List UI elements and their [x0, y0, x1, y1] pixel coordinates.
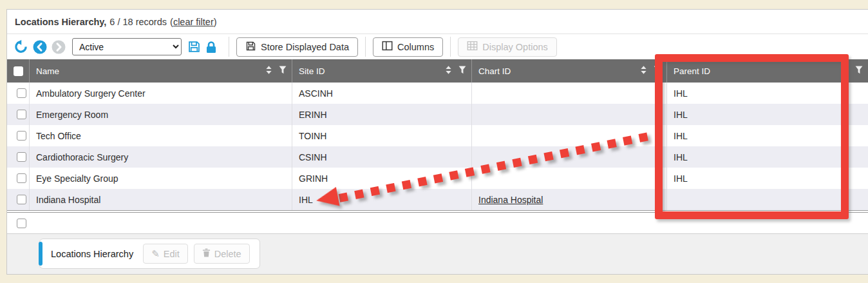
table-row[interactable]: Eye Specialty Group GRINH IHL [7, 168, 868, 189]
new-row-checkbox[interactable] [17, 219, 26, 228]
site-id-cell: GRINH [292, 168, 471, 189]
table-row[interactable]: Ambulatory Surgery Center ASCINH IHL [7, 83, 868, 104]
chart-id-cell [471, 146, 666, 168]
panel-title-bar: Locations Hierarchy, 6 / 18 records (cle… [7, 10, 868, 34]
columns-button[interactable]: Columns [373, 37, 443, 57]
toolbar-separator [229, 37, 229, 57]
columns-icon [382, 41, 393, 53]
locations-hierarchy-panel: Locations Hierarchy, 6 / 18 records (cle… [6, 9, 868, 275]
toolbar-separator [365, 37, 366, 57]
site-id-cell: CSINH [292, 146, 471, 168]
selection-label: Locations Hierarchy [51, 249, 133, 259]
display-options-button: Display Options [458, 37, 557, 57]
edit-label: Edit [164, 249, 180, 259]
row-checkbox[interactable] [17, 173, 26, 183]
parent-id-cell: IHL [666, 168, 868, 189]
filter-icon[interactable] [855, 66, 863, 76]
back-icon[interactable] [33, 40, 47, 54]
name-cell: Tech Office [29, 125, 292, 146]
record-count: 6 / 18 records [109, 17, 167, 27]
chart-id-cell [471, 125, 666, 146]
row-check-cell [7, 168, 29, 189]
chart-id-cell: Indiana Hospital [471, 189, 666, 210]
column-header-name[interactable]: Name [29, 59, 292, 83]
table-row[interactable]: Tech Office TOINH IHL [7, 125, 868, 146]
select-all-cell [7, 59, 29, 83]
sort-icon[interactable] [842, 66, 848, 76]
save-icon [245, 41, 256, 54]
selection-footer: Locations Hierarchy ✎ Edit Delete [7, 234, 868, 274]
new-row [7, 213, 868, 234]
parent-id-cell: IHL [666, 104, 868, 125]
row-check-cell [7, 189, 29, 210]
lock-icon[interactable] [205, 41, 217, 54]
row-check-cell [7, 104, 29, 125]
toolbar: Active Store Displaye [7, 34, 868, 59]
row-checkbox[interactable] [17, 195, 26, 204]
display-options-icon [467, 41, 478, 53]
sort-icon[interactable] [641, 66, 646, 76]
pencil-icon: ✎ [151, 249, 160, 259]
table-row[interactable]: Emergency Room ERINH IHL [7, 104, 868, 125]
parent-id-cell [666, 189, 868, 210]
table-row[interactable]: Indiana Hospital IHL Indiana Hospital [7, 189, 868, 210]
sort-icon[interactable] [446, 66, 451, 76]
name-cell: Emergency Room [29, 104, 292, 125]
column-header-label: Chart ID [478, 66, 511, 76]
column-header-chart-id[interactable]: Chart ID [471, 59, 666, 83]
name-cell: Eye Specialty Group [29, 168, 292, 189]
accent-bar [39, 242, 42, 266]
column-header-label: Name [36, 66, 59, 76]
row-check-cell [7, 146, 29, 168]
row-checkbox[interactable] [17, 131, 26, 141]
row-check-cell [7, 125, 29, 146]
site-id-cell: TOINH [292, 125, 471, 146]
table-header-row: Name Site ID Chart ID Parent ID [7, 59, 868, 83]
chart-id-link[interactable]: Indiana Hospital [478, 195, 543, 205]
page-title: Locations Hierarchy, [15, 17, 106, 27]
display-options-label: Display Options [482, 42, 548, 52]
column-header-label: Parent ID [674, 66, 710, 76]
paren: ) [214, 17, 217, 27]
site-id-cell: IHL [292, 189, 471, 210]
delete-button: Delete [194, 244, 250, 264]
chart-id-cell [471, 83, 666, 104]
row-checkbox[interactable] [17, 110, 26, 119]
site-id-cell: ERINH [292, 104, 471, 125]
site-id-cell: ASCINH [292, 83, 471, 104]
name-cell: Indiana Hospital [29, 189, 292, 210]
name-cell: Cardiothoracic Surgery [29, 146, 292, 168]
forward-icon [52, 40, 66, 54]
table-row[interactable]: Cardiothoracic Surgery CSINH IHL [7, 146, 868, 168]
row-checkbox[interactable] [17, 88, 26, 98]
filter-icon[interactable] [279, 66, 287, 76]
store-displayed-data-button[interactable]: Store Displayed Data [236, 37, 358, 57]
name-cell: Ambulatory Surgery Center [29, 83, 292, 104]
store-displayed-data-label: Store Displayed Data [261, 42, 349, 52]
column-header-parent-id[interactable]: Parent ID [666, 59, 868, 83]
row-check-cell [7, 83, 29, 104]
refresh-icon[interactable] [14, 39, 28, 54]
row-checkbox[interactable] [17, 152, 26, 162]
parent-id-cell: IHL [666, 125, 868, 146]
delete-label: Delete [214, 249, 241, 259]
row-check-cell [7, 219, 29, 228]
column-header-label: Site ID [299, 66, 325, 76]
view-filter-select[interactable]: Active [72, 38, 182, 55]
column-header-site-id[interactable]: Site ID [292, 59, 471, 83]
toolbar-separator [450, 37, 451, 57]
filter-icon[interactable] [458, 66, 466, 76]
select-all-checkbox[interactable] [14, 66, 23, 76]
chart-id-cell [471, 168, 666, 189]
filter-icon[interactable] [654, 66, 661, 76]
parent-id-cell: IHL [666, 146, 868, 168]
trash-icon [202, 248, 211, 259]
parent-id-cell: IHL [666, 83, 868, 104]
edit-button: ✎ Edit [143, 244, 188, 264]
save-view-icon[interactable] [187, 40, 201, 54]
chart-id-cell [471, 104, 666, 125]
columns-label: Columns [397, 42, 434, 52]
sort-icon[interactable] [266, 66, 272, 76]
clear-filter-link[interactable]: clear filter [173, 17, 214, 27]
selection-actions-box: Locations Hierarchy ✎ Edit Delete [39, 239, 260, 269]
